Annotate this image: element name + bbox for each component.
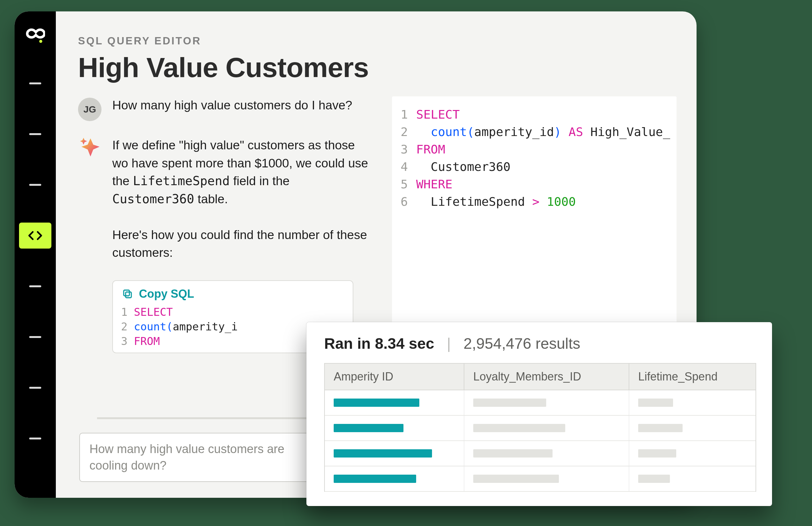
results-header-row: Amperity ID Loyalty_Members_ID Lifetime_…: [325, 364, 756, 390]
nav-placeholder-icon: [29, 438, 41, 439]
nav-placeholder-icon: [29, 184, 41, 186]
line-number: 5: [396, 176, 416, 193]
cell-placeholder: [334, 424, 404, 432]
line-number: 6: [396, 193, 416, 210]
ai-message-text: If we define "high value" customers as t…: [112, 136, 373, 262]
nav-placeholder-icon: [29, 83, 41, 84]
cell-placeholder: [638, 449, 676, 457]
cell-placeholder: [473, 449, 553, 457]
copy-icon: [122, 288, 133, 299]
sidebar-nav-item[interactable]: [19, 273, 52, 299]
cell-placeholder: [638, 398, 673, 407]
sidebar-nav-item[interactable]: [19, 375, 52, 401]
sidebar-nav-item[interactable]: [19, 172, 52, 198]
chat-ai-message: If we define "high value" customers as t…: [78, 136, 373, 262]
results-col-lifetime-spend[interactable]: Lifetime_Spend: [629, 364, 756, 390]
code-icon: [28, 228, 43, 243]
chat-user-message: JG How many high value customers do I ha…: [78, 97, 373, 121]
svg-point-0: [39, 40, 43, 43]
cell-placeholder: [334, 398, 419, 407]
line-number: 2: [396, 123, 416, 141]
snippet-line: 1SELECT: [116, 305, 353, 320]
editor-line[interactable]: 3FROM: [396, 141, 670, 158]
user-message-text: How many high value customers do I have?: [112, 97, 352, 121]
table-row[interactable]: [325, 441, 756, 466]
sidebar-nav-item[interactable]: [19, 222, 52, 249]
nav-placeholder-icon: [29, 133, 41, 135]
cell-placeholder: [473, 474, 559, 483]
query-results-panel: Ran in 8.34 sec | 2,954,476 results Ampe…: [306, 322, 772, 506]
line-number: 3: [396, 141, 416, 158]
copy-sql-button[interactable]: Copy SQL: [113, 281, 353, 303]
table-row[interactable]: [325, 416, 756, 441]
results-count: 2,954,476 results: [463, 335, 580, 352]
cell-placeholder: [638, 424, 683, 432]
sidebar-nav-item[interactable]: [19, 324, 52, 350]
sparkle-icon: [78, 136, 102, 160]
page-eyebrow: SQL QUERY EDITOR: [78, 35, 677, 47]
editor-line[interactable]: 6 LifetimeSpend > 1000: [396, 193, 670, 210]
line-number: 4: [396, 158, 416, 176]
sql-editor[interactable]: 1SELECT2 count(amperity_id) AS High_Valu…: [392, 97, 677, 344]
svg-rect-2: [124, 290, 129, 296]
table-row[interactable]: [325, 390, 756, 416]
cell-placeholder: [334, 474, 416, 483]
cell-placeholder: [473, 424, 565, 432]
brand-logo-icon: [25, 26, 45, 46]
page-title: High Value Customers: [78, 52, 677, 84]
copy-sql-label: Copy SQL: [139, 287, 194, 301]
editor-line[interactable]: 1SELECT: [396, 106, 670, 123]
editor-line[interactable]: 4 Customer360: [396, 158, 670, 176]
editor-line[interactable]: 5WHERE: [396, 176, 670, 193]
user-avatar: JG: [78, 98, 102, 121]
line-number: 1: [396, 106, 416, 123]
cell-placeholder: [638, 474, 670, 483]
results-divider: |: [447, 335, 451, 352]
sidebar-nav-item[interactable]: [19, 425, 52, 452]
sidebar-nav-item[interactable]: [19, 70, 52, 97]
results-table: Amperity ID Loyalty_Members_ID Lifetime_…: [324, 363, 756, 492]
svg-rect-1: [126, 292, 131, 298]
editor-line[interactable]: 2 count(amperity_id) AS High_Value_: [396, 123, 670, 141]
cell-placeholder: [334, 449, 432, 457]
cell-placeholder: [473, 398, 546, 407]
nav-placeholder-icon: [29, 286, 41, 287]
results-runtime: Ran in 8.34 sec: [324, 335, 434, 352]
chat-prompt-input[interactable]: How many high value customers are coolin…: [79, 433, 320, 482]
nav-placeholder-icon: [29, 336, 41, 338]
sidebar-nav-item[interactable]: [19, 121, 52, 147]
results-col-amperity-id[interactable]: Amperity ID: [325, 364, 464, 390]
nav-placeholder-icon: [29, 387, 41, 389]
sidebar: [15, 11, 56, 498]
results-col-loyalty-id[interactable]: Loyalty_Members_ID: [464, 364, 629, 390]
table-row[interactable]: [325, 466, 756, 492]
